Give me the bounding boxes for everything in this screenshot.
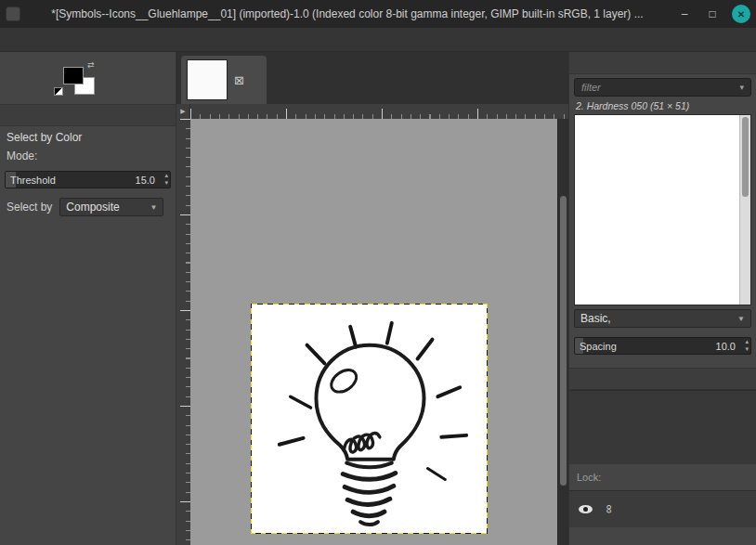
lock-label: Lock: [577, 472, 601, 483]
vertical-ruler [176, 119, 190, 545]
maximize-button[interactable]: □ [704, 6, 721, 22]
window-title: *[Symbols--Icons__Gluehlampe__01] (impor… [26, 7, 669, 20]
color-swatches[interactable]: ⇄ [61, 63, 104, 100]
ruler-row: ▶ [176, 104, 568, 119]
menubar [0, 28, 756, 52]
select-by-label: Select by [7, 201, 52, 214]
titlebar: *[Symbols--Icons__Gluehlampe__01] (impor… [0, 0, 756, 28]
image-tab[interactable]: ⊠ [181, 56, 267, 104]
ruler-corner[interactable]: ▶ [176, 104, 190, 119]
lock-row: Lock: [569, 464, 756, 490]
threshold-value: 15.0 [136, 175, 155, 186]
minimize-button[interactable]: – [676, 6, 693, 22]
chevron-down-icon: ▼ [737, 315, 745, 323]
filter-placeholder: filter [581, 82, 601, 93]
brush-group-value: Basic, [580, 312, 611, 325]
scrollbar-thumb[interactable] [742, 117, 749, 197]
select-by-dropdown[interactable]: Composite ▼ [59, 198, 163, 216]
horizontal-ruler [190, 104, 568, 119]
layers-dock-tabs [569, 368, 756, 390]
spacing-spinner[interactable]: ▴▾ [745, 338, 749, 353]
main-area: ⇄ Select by Color Mode: Threshold 15.0 ▴… [0, 52, 756, 545]
selected-brush-label: 2. Hardness 050 (51 × 51) [569, 98, 756, 114]
image-tab-thumbnail [187, 59, 228, 100]
brush-filter-input[interactable]: filter ▾ [574, 78, 751, 97]
app-icon [6, 6, 20, 21]
tool-options-title: Select by Color [0, 126, 176, 147]
swap-colors-icon[interactable]: ⇄ [87, 60, 95, 70]
brush-group-dropdown[interactable]: Basic, ▼ [574, 309, 751, 328]
gimp-window: *[Symbols--Icons__Gluehlampe__01] (impor… [0, 0, 756, 545]
mode-label: Mode: [7, 149, 37, 162]
select-by-value: Composite [66, 201, 119, 214]
tool-grid [0, 52, 176, 59]
threshold-slider[interactable]: Threshold 15.0 ▴▾ [5, 171, 171, 188]
toolbox-panel: ⇄ Select by Color Mode: Threshold 15.0 ▴… [0, 52, 176, 545]
canvas[interactable] [251, 304, 488, 534]
spacing-value: 10.0 [716, 341, 736, 352]
chevron-down-icon: ▾ [739, 83, 744, 92]
tool-options-dock-tabs [0, 104, 176, 126]
chevron-down-icon: ▼ [150, 203, 157, 212]
default-colors-icon[interactable] [54, 87, 63, 96]
brushes-dock-tabs [569, 52, 756, 74]
brush-action-buttons [569, 360, 756, 368]
visibility-eye-icon[interactable] [579, 505, 593, 513]
mode-row: Mode: [0, 147, 176, 165]
threshold-label: Threshold [10, 175, 56, 186]
canvas-viewport[interactable] [190, 119, 557, 545]
spacing-label: Spacing [580, 341, 617, 352]
spacing-slider[interactable]: Spacing 10.0 ▴▾ [574, 337, 751, 355]
lightbulb-drawing [252, 305, 487, 533]
right-dock-panel: filter ▾ 2. Hardness 050 (51 × 51) Basic… [568, 52, 756, 545]
layer-footer-row: ∞ [569, 490, 756, 527]
tab-close-icon[interactable]: ⊠ [234, 73, 244, 87]
link-icon[interactable]: ∞ [603, 505, 617, 513]
image-tab-strip: ⊠ [176, 52, 568, 104]
foreground-color-swatch[interactable] [63, 67, 84, 84]
brush-grid-area [574, 114, 751, 305]
close-button[interactable]: ✕ [732, 5, 750, 23]
scrollbar-thumb[interactable] [560, 196, 567, 486]
threshold-spinner[interactable]: ▴▾ [164, 172, 168, 187]
window-controls: – □ ✕ [676, 5, 750, 23]
layer-list [569, 390, 756, 464]
brush-grid [575, 115, 739, 305]
canvas-vertical-scrollbar[interactable] [557, 119, 568, 545]
brush-scrollbar[interactable] [739, 115, 750, 305]
canvas-column: ⊠ ▶ [176, 52, 568, 545]
select-by-row: Select by Composite ▼ [0, 194, 176, 220]
canvas-body [176, 119, 568, 545]
